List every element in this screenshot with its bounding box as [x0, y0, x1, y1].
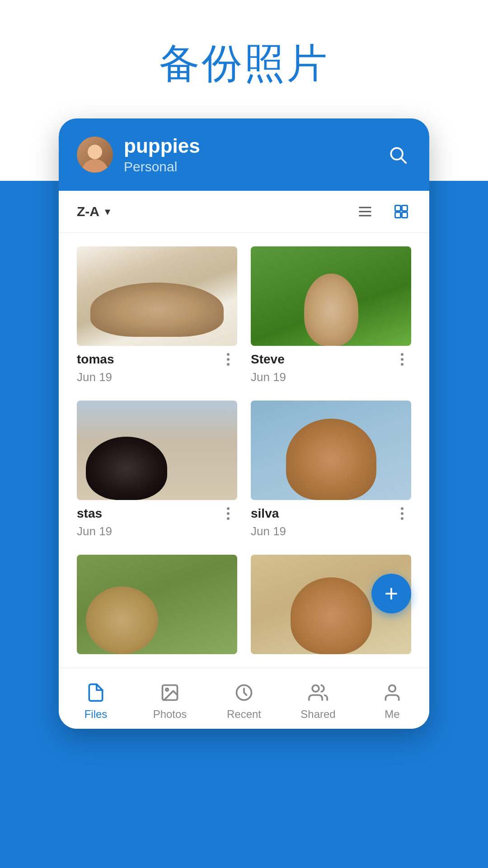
add-icon: + [385, 582, 398, 605]
file-date: Jun 19 [251, 370, 411, 387]
nav-label-photos: Photos [153, 708, 187, 721]
dot [227, 363, 230, 366]
file-info: silva [251, 500, 411, 524]
file-thumbnail[interactable] [77, 555, 237, 654]
file-name: tomas [77, 352, 114, 367]
search-icon [388, 145, 408, 165]
list-item: silva Jun 19 [251, 401, 411, 541]
list-item: Steve Jun 19 [251, 246, 411, 387]
more-options-button[interactable] [219, 350, 237, 368]
search-button[interactable] [384, 141, 411, 168]
dot [401, 507, 404, 510]
toolbar-right [355, 202, 411, 222]
nav-label-files: Files [84, 708, 108, 721]
phone-content: tomas Jun 19 Steve [59, 233, 429, 668]
svg-point-10 [166, 689, 169, 691]
svg-line-1 [401, 158, 406, 163]
nav-item-recent[interactable]: Recent [217, 677, 271, 724]
me-icon [380, 681, 404, 704]
dot [227, 512, 230, 515]
shared-icon [306, 681, 330, 704]
more-options-button[interactable] [393, 505, 411, 523]
files-icon [84, 681, 108, 704]
avatar-image [77, 137, 113, 173]
dot [401, 358, 404, 361]
dot [227, 358, 230, 361]
dot [227, 353, 230, 356]
file-info: tomas [77, 346, 237, 370]
nav-item-me[interactable]: Me [365, 677, 419, 724]
file-thumbnail[interactable] [251, 246, 411, 346]
nav-label-shared: Shared [300, 708, 335, 721]
recent-icon [232, 681, 256, 704]
file-thumbnail[interactable] [77, 401, 237, 500]
file-name: silva [251, 506, 279, 521]
list-view-button[interactable] [355, 202, 375, 222]
header-usertype: Personal [124, 159, 373, 175]
nav-label-recent: Recent [227, 708, 261, 721]
toolbar: Z-A ▾ [59, 191, 429, 233]
sort-control[interactable]: Z-A ▾ [77, 204, 110, 219]
add-button[interactable]: + [371, 574, 411, 613]
more-options-button[interactable] [393, 350, 411, 368]
dot [227, 517, 230, 520]
nav-item-files[interactable]: Files [69, 677, 123, 724]
nav-item-shared[interactable]: Shared [291, 677, 345, 724]
page-title: 备份照片 [159, 36, 329, 91]
file-name: stas [77, 506, 102, 521]
grid-view-button[interactable] [391, 202, 411, 222]
list-item [77, 555, 237, 654]
file-date: Jun 19 [77, 370, 237, 387]
avatar [77, 137, 113, 173]
nav-label-me: Me [385, 708, 399, 721]
svg-rect-7 [395, 212, 401, 218]
file-thumbnail[interactable] [251, 401, 411, 500]
list-icon [357, 203, 373, 220]
app-header: puppies Personal [59, 118, 429, 191]
sort-label: Z-A [77, 204, 99, 219]
photos-icon [158, 681, 182, 704]
chevron-down-icon: ▾ [105, 205, 110, 218]
file-thumbnail[interactable] [77, 246, 237, 346]
file-date: Jun 19 [251, 524, 411, 541]
file-name: Steve [251, 352, 285, 367]
more-options-button[interactable] [219, 505, 237, 523]
nav-item-photos[interactable]: Photos [143, 677, 197, 724]
dot [401, 353, 404, 356]
dot [401, 512, 404, 515]
svg-rect-8 [402, 212, 408, 218]
svg-rect-6 [402, 206, 408, 211]
bottom-navigation: Files Photos Recent [59, 668, 429, 729]
list-item: tomas Jun 19 [77, 246, 237, 387]
dot [227, 507, 230, 510]
svg-point-12 [312, 685, 319, 692]
list-item: stas Jun 19 [77, 401, 237, 541]
file-info: stas [77, 500, 237, 524]
file-info: Steve [251, 346, 411, 370]
dot [401, 363, 404, 366]
svg-point-13 [389, 685, 396, 692]
dot [401, 517, 404, 520]
phone-mockup: puppies Personal Z-A ▾ [59, 118, 429, 729]
svg-rect-5 [395, 206, 401, 211]
grid-icon [393, 203, 409, 220]
header-username: puppies [124, 135, 373, 157]
header-text: puppies Personal [124, 135, 373, 175]
file-date: Jun 19 [77, 524, 237, 541]
